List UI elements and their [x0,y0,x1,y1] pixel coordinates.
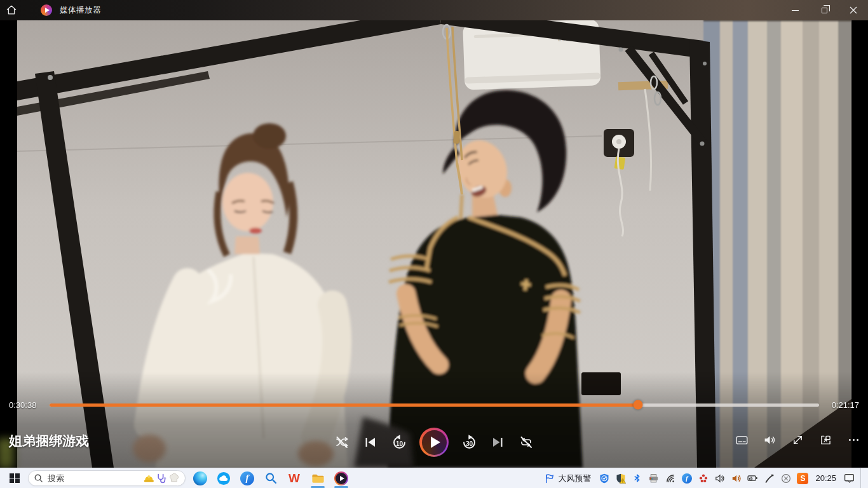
taskbar-app-media-player[interactable] [331,469,351,488]
restore-button[interactable] [810,0,839,20]
secondary-controls [735,433,860,449]
repeat-off-icon [519,435,534,450]
file-explorer-icon [311,471,325,485]
more-options-button[interactable] [847,433,860,449]
volume-button[interactable] [763,433,776,449]
notification-bubble-icon [844,473,855,484]
speaker-orange-icon [731,473,742,484]
taskbar-app-flash[interactable]: f [237,469,257,488]
subtitles-button[interactable] [735,433,749,449]
fullscreen-button[interactable] [791,433,804,449]
transport-controls: 10 30 [334,427,534,458]
remaining-time: 0:21:17 [832,400,859,410]
more-icon [847,433,860,447]
taskbar-app-explorer[interactable] [308,469,328,488]
close-icon [850,6,857,14]
tray-power[interactable] [747,473,758,484]
flag-icon [545,473,555,484]
taskbar: 搜索 [0,468,868,488]
close-button[interactable] [839,0,868,20]
tray-wifi-tool[interactable] [665,473,675,484]
tray-input-disabled[interactable] [780,473,791,484]
desktop: Leader [0,0,868,488]
seek-bar-thumb[interactable] [634,400,643,410]
tray-sogou-input[interactable]: S [797,473,808,484]
svg-text:10: 10 [396,440,403,447]
wps-icon: W [288,471,300,485]
mini-player-icon [819,433,832,447]
notification-center-button[interactable] [844,473,855,484]
weather-widget[interactable]: 大风预警 [545,473,591,484]
seek-bar-fill [50,403,638,407]
repeat-button[interactable] [518,427,534,458]
skip-back-10-button[interactable]: 10 [391,427,407,458]
defender-shield-icon [616,473,626,484]
chef-hat-icon [168,473,180,484]
search-box[interactable]: 搜索 [28,470,186,486]
shield-check-icon [599,473,609,484]
fullscreen-icon [791,433,804,447]
svg-text:30: 30 [466,440,473,447]
volume-icon [763,433,776,447]
tray-bluetooth[interactable] [632,473,642,484]
taskbar-app-search-tool[interactable] [261,469,281,488]
skip-forward-30-button[interactable]: 30 [461,427,477,458]
speaker-outline-icon [715,473,725,484]
shuffle-off-icon [334,435,349,450]
mini-player-button[interactable] [819,433,832,449]
shuffle-button[interactable] [334,427,350,458]
taskbar-app-cloud-disk[interactable] [214,469,234,488]
battery-plug-icon [747,473,758,484]
media-player-icon [334,471,348,485]
pen-icon [764,473,775,484]
windows-logo-icon [10,473,20,484]
edge-icon [193,471,207,485]
seek-bar[interactable] [50,403,819,407]
tray-windows-security[interactable] [615,473,626,484]
signal-arcs-icon [665,473,675,484]
search-icon [34,473,43,483]
flash-small-icon: f [682,473,692,484]
subtitles-icon [735,433,749,447]
home-button[interactable] [0,0,23,20]
tray-pc-manager[interactable] [599,473,609,484]
tray-red-cluster[interactable] [698,473,709,484]
bluetooth-icon [632,473,642,483]
tray-app-volume[interactable] [731,473,742,484]
start-button[interactable] [6,470,24,487]
previous-button[interactable] [362,427,379,458]
tray-pen[interactable] [764,473,775,484]
play-button[interactable] [419,428,449,457]
taskbar-app-edge[interactable] [190,469,210,488]
window-title: 媒体播放器 [60,5,101,16]
taskbar-app-wps[interactable]: W [284,469,304,488]
media-player-window: Leader [0,0,868,468]
show-desktop-button[interactable] [860,468,863,488]
sogou-icon: S [797,473,808,484]
play-icon [422,430,447,455]
stethoscope-icon [156,473,167,484]
restore-icon [822,8,827,13]
media-player-logo-icon [41,4,52,16]
weather-alert-text: 大风预警 [558,473,591,484]
taskbar-clock[interactable]: 20:25 [815,473,836,483]
search-doodle[interactable] [143,473,180,484]
home-icon [5,4,18,17]
minimize-icon [792,10,799,11]
printer-icon [648,473,659,484]
tray-printer[interactable] [648,473,659,484]
skip-back-10-icon: 10 [391,434,408,451]
elapsed-time: 0:30:38 [9,400,36,410]
circled-x-icon [781,473,791,484]
tray-flash-helper[interactable]: f [681,473,692,484]
pinned-apps: f W [190,469,351,488]
search-text: 搜索 [48,473,64,484]
next-button[interactable] [489,427,506,458]
skip-forward-30-icon: 30 [461,434,478,451]
minimize-button[interactable] [780,0,810,20]
red-dots-icon [698,473,709,484]
tray-system-volume[interactable] [714,473,725,484]
video-title: 姐弟捆绑游戏 [9,432,89,450]
system-tray: 大风预警 [545,468,868,488]
hardhat-icon [143,473,154,484]
